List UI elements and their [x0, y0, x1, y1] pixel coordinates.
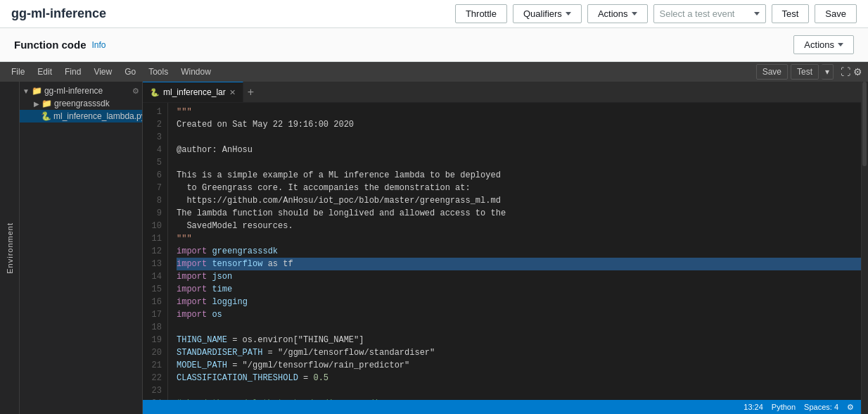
code-line[interactable]: @author: AnHosu — [177, 144, 861, 156]
code-line[interactable]: THING_NAME = os.environ["THING_NAME"] — [177, 334, 861, 346]
test-event-chevron-icon — [754, 12, 760, 15]
cursor-position: 13:24 — [743, 403, 763, 411]
tree-root[interactable]: ▼ 📁 gg-ml-inference ⚙ — [20, 84, 142, 97]
line-number: 15 — [143, 283, 167, 296]
top-bar: gg-ml-inference Throttle Qualifiers Acti… — [0, 0, 868, 28]
qualifiers-button[interactable]: Qualifiers — [513, 4, 582, 23]
right-scrollbar[interactable] — [861, 82, 868, 414]
code-line[interactable]: CLASSIFICATION_THRESHOLD = 0.5 — [177, 372, 861, 384]
code-line[interactable]: import time — [177, 283, 861, 296]
tree-file-label: ml_inference_lambda.py — [53, 111, 143, 121]
actions-button-main[interactable]: Actions — [793, 35, 854, 54]
line-number: 19 — [143, 334, 167, 346]
test-event-select[interactable]: Select a test event — [653, 4, 766, 23]
fullscreen-icon[interactable]: ⛶ — [841, 66, 850, 77]
actions-main-chevron-icon — [838, 43, 843, 46]
code-line[interactable] — [177, 156, 861, 169]
ide-test-dropdown[interactable]: ▾ — [822, 64, 834, 80]
ide-test-button[interactable]: Test — [791, 64, 819, 80]
line-number: 7 — [143, 182, 167, 194]
ide-menu-right: Save Test ▾ — [756, 64, 834, 80]
line-number: 9 — [143, 207, 167, 220]
line-number: 1 — [143, 106, 167, 118]
code-line[interactable]: """ — [177, 232, 861, 245]
top-bar-actions: Throttle Qualifiers Actions Select a tes… — [455, 4, 857, 23]
code-line[interactable]: """ — [177, 106, 861, 118]
line-number: 16 — [143, 296, 167, 308]
throttle-button[interactable]: Throttle — [455, 4, 507, 23]
tree-greengrasssdk[interactable]: ▶ 📁 greengrasssdk — [20, 97, 142, 110]
menu-tools[interactable]: Tools — [143, 64, 174, 80]
file-tree: ▼ 📁 gg-ml-inference ⚙ ▶ 📁 greengrasssdk … — [20, 82, 143, 414]
environment-label: Environment — [6, 222, 14, 274]
code-line[interactable]: import os — [177, 308, 861, 321]
ide-tabs: 🐍 ml_inference_lar ✕ + — [143, 82, 861, 103]
corner-icons: ⛶ ⚙ — [841, 66, 862, 77]
ide-body: Environment ▼ 📁 gg-ml-inference ⚙ ▶ 📁 gr… — [0, 82, 868, 414]
code-line[interactable]: import greengrasssdk — [177, 245, 861, 258]
line-number: 10 — [143, 220, 167, 232]
tab-close-icon[interactable]: ✕ — [229, 88, 236, 97]
code-line[interactable]: to Greengrass core. It accompanies the d… — [177, 182, 861, 194]
menu-view[interactable]: View — [88, 64, 117, 80]
code-line[interactable]: STANDARDISER_PATH = "/ggml/tensorflow/st… — [177, 346, 861, 359]
info-link[interactable]: Info — [92, 40, 106, 50]
menu-window[interactable]: Window — [175, 64, 217, 80]
folder-icon: 📁 — [42, 99, 52, 108]
line-number: 5 — [143, 156, 167, 169]
menu-find[interactable]: Find — [59, 64, 87, 80]
language-mode: Python — [772, 403, 796, 411]
code-line[interactable] — [177, 321, 861, 334]
ide-container: File Edit Find View Go Tools Window Save… — [0, 62, 868, 414]
ide-save-button[interactable]: Save — [756, 64, 788, 80]
line-number: 22 — [143, 372, 167, 384]
line-number: 14 — [143, 270, 167, 283]
line-number: 21 — [143, 359, 167, 372]
function-code-header: Function code Info Actions — [0, 28, 868, 62]
line-number: 17 — [143, 308, 167, 321]
tree-root-gear-icon[interactable]: ⚙ — [132, 87, 139, 96]
line-number: 18 — [143, 321, 167, 334]
tab-add-icon[interactable]: + — [243, 86, 258, 99]
ide-code-area[interactable]: 1234567891011121314151617181920212223242… — [143, 103, 861, 400]
code-line[interactable]: This is a simple example of a ML inferen… — [177, 169, 861, 182]
tab-label: ml_inference_lar — [163, 87, 226, 97]
code-line[interactable]: https://github.com/AnHosu/iot_poc/blob/m… — [177, 194, 861, 207]
line-number: 11 — [143, 232, 167, 245]
code-line[interactable]: The lambda function should be longlived … — [177, 207, 861, 220]
tab-file-icon: 🐍 — [150, 88, 160, 97]
code-line[interactable]: Created on Sat May 22 19:16:00 2020 — [177, 118, 861, 131]
line-number: 8 — [143, 194, 167, 207]
spaces-indicator: Spaces: 4 — [804, 403, 838, 411]
code-line[interactable]: import json — [177, 270, 861, 283]
menu-file[interactable]: File — [6, 64, 30, 80]
settings-icon[interactable]: ⚙ — [853, 66, 862, 77]
tree-ml-file[interactable]: 🐍 ml_inference_lambda.py — [20, 110, 142, 123]
menu-go[interactable]: Go — [119, 64, 141, 80]
folder-chevron-icon: ▶ — [34, 100, 39, 108]
code-line[interactable]: import tensorflow as tf — [177, 258, 861, 270]
code-line[interactable]: import logging — [177, 296, 861, 308]
actions-button-top[interactable]: Actions — [587, 4, 648, 23]
code-line[interactable]: SavedModel resources. — [177, 220, 861, 232]
code-line[interactable]: MODEL_PATH = "/ggml/tensorflow/rain_pred… — [177, 359, 861, 372]
actions-chevron-icon — [632, 12, 637, 15]
line-number: 13 — [143, 258, 167, 270]
python-file-icon: 🐍 — [41, 111, 51, 121]
tree-folder-label: greengrasssdk — [54, 99, 110, 108]
menu-edit[interactable]: Edit — [32, 64, 58, 80]
code-line[interactable] — [177, 131, 861, 144]
line-number: 23 — [143, 384, 167, 397]
line-number: 12 — [143, 245, 167, 258]
save-button-top[interactable]: Save — [815, 4, 857, 23]
qualifiers-chevron-icon — [566, 12, 571, 15]
code-line[interactable] — [177, 384, 861, 397]
root-folder-icon: 📁 — [32, 86, 42, 96]
gear-statusbar-icon[interactable]: ⚙ — [847, 403, 854, 412]
function-code-section: Function code Info — [14, 39, 106, 51]
test-button-top[interactable]: Test — [772, 4, 810, 23]
scroll-thumb[interactable] — [862, 82, 867, 166]
line-number: 2 — [143, 118, 167, 131]
code-content[interactable]: """Created on Sat May 22 19:16:00 2020 @… — [168, 103, 861, 400]
tab-ml-inference[interactable]: 🐍 ml_inference_lar ✕ — [143, 82, 243, 103]
